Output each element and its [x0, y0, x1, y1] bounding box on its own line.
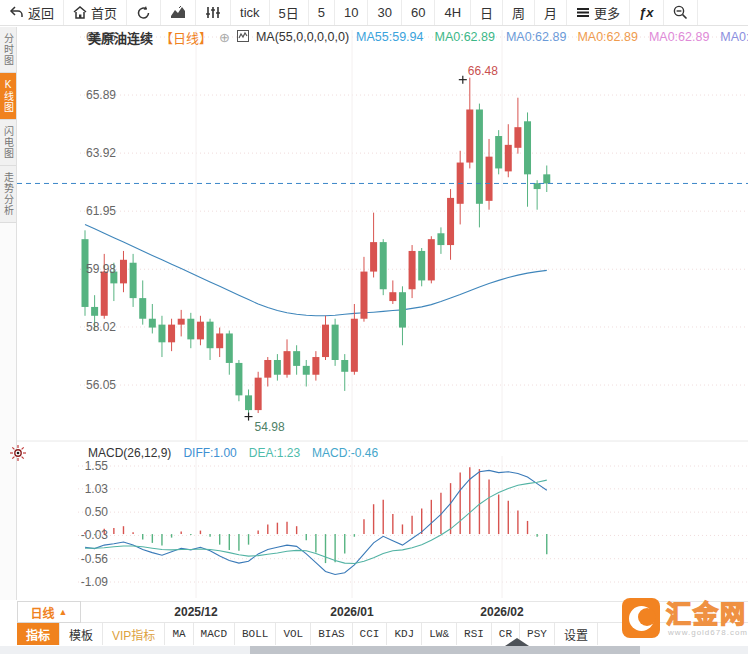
expand-panel-handle[interactable] [505, 638, 529, 646]
indicator-tab-VIP指标[interactable]: VIP指标 [103, 623, 165, 645]
macd-tick-label: -0.56 [76, 552, 108, 566]
toolbar-label: 30 [377, 5, 391, 20]
home-button[interactable]: 首页 [64, 0, 127, 25]
site-watermark: 汇金网 www.gold678.com [622, 597, 748, 645]
add-to-watchlist-icon[interactable]: ⊕ [219, 30, 230, 45]
toolbar-label: 5 [318, 5, 325, 20]
price-tick-label: 65.89 [82, 88, 116, 102]
sidebar-tab-3[interactable]: 闪电图 [0, 120, 16, 166]
trading-chart-app: 返回首页tick5日51030604H日周月更多ƒx 分时图K线图闪电图走势分析… [0, 0, 748, 654]
period-button-tick[interactable]: tick [231, 0, 270, 25]
indicator-visibility-icon[interactable] [9, 444, 27, 466]
macd-diff-value: DIFF:1.00 [183, 446, 236, 460]
refresh-button[interactable] [127, 0, 161, 25]
indicator-tab-LW&[interactable]: LW& [422, 623, 457, 645]
period-button-月[interactable]: 月 [535, 0, 567, 25]
macd-tick-label: -0.03 [76, 528, 108, 542]
ma-value: MA55:59.94 [356, 30, 423, 44]
indicator-tab-VOL[interactable]: VOL [276, 623, 311, 645]
toolbar-label: 返回 [28, 3, 54, 22]
period-button-周[interactable]: 周 [503, 0, 535, 25]
indicator-tab-设置[interactable]: 设置 [555, 623, 598, 645]
site-logo-name: 汇金网 [666, 601, 748, 628]
period-button-4H[interactable]: 4H [435, 0, 471, 25]
menu-button[interactable]: 更多 [567, 0, 630, 25]
x-axis-label: 2026/02 [467, 605, 537, 619]
kline-settings-button[interactable] [196, 0, 231, 25]
chart-header: 美原油连续【日线】⊕ MA(55,0,0,0,0,0) MA55:59.94MA… [88, 28, 748, 46]
macd-header[interactable]: MACD(26,12,9) DIFF:1.00 DEA:1.23 MACD:-0… [88, 446, 378, 460]
kline-settings-icon [205, 6, 221, 19]
macd-title: MACD(26,12,9) [88, 446, 171, 460]
indicator-tab-KDJ[interactable]: KDJ [387, 623, 422, 645]
zoom-out-icon [673, 5, 688, 20]
toolbar-label: tick [240, 5, 260, 20]
ma-value: MA0:62.89 [649, 30, 709, 44]
period-button-日[interactable]: 日 [471, 0, 503, 25]
toolbar-label: 月 [544, 3, 557, 22]
toolbar-label: 4H [444, 5, 461, 20]
macd-tick-label: -1.09 [76, 575, 108, 589]
period-selector-label: 日线 [31, 604, 55, 621]
chevron-up-icon: ▲ [59, 607, 68, 617]
macd-tick-label: 1.55 [76, 459, 108, 473]
toolbar-label: 日 [480, 3, 493, 22]
ma-value: MA0:62.89 [506, 30, 566, 44]
home-icon [73, 6, 87, 19]
period-selector[interactable]: 日线 ▲ [17, 601, 81, 623]
back-icon [9, 6, 24, 19]
price-tick-label: 61.95 [82, 204, 116, 218]
indicator-settings-icon[interactable] [237, 30, 249, 45]
indicator-tab-BIAS[interactable]: BIAS [311, 623, 352, 645]
symbol-name: 美原油连续 [88, 28, 153, 47]
top-toolbar: 返回首页tick5日51030604H日周月更多ƒx [0, 0, 748, 26]
ma-value: MA0:62.89 [577, 30, 637, 44]
period-button-60[interactable]: 60 [402, 0, 435, 25]
indicator-tab-指标[interactable]: 指标 [17, 623, 60, 645]
refresh-icon [136, 6, 151, 20]
menu-icon [576, 7, 590, 18]
high-price-annotation: 66.48 [468, 64, 498, 78]
macd-tick-label: 1.03 [76, 482, 108, 496]
ma-setting[interactable]: MA(55,0,0,0,0,0) [256, 30, 349, 44]
macd-tick-label: 0.50 [76, 505, 108, 519]
zoom-out-button[interactable] [664, 0, 698, 25]
period-tag: 【日线】 [160, 28, 212, 47]
toolbar-label: 10 [344, 5, 358, 20]
toolbar-label: 60 [411, 5, 425, 20]
sidebar-tab-4[interactable]: 走势分析 [0, 166, 16, 223]
period-button-10[interactable]: 10 [335, 0, 368, 25]
x-axis-label: 2026/01 [317, 605, 387, 619]
indicator-tab-模板[interactable]: 模板 [60, 623, 103, 645]
toolbar-label: 5日 [279, 3, 299, 22]
ma-value: MA0:62.89 [434, 30, 494, 44]
indicator-tab-CCI[interactable]: CCI [353, 623, 388, 645]
price-tick-label: 56.05 [82, 378, 116, 392]
indicator-tab-MA[interactable]: MA [165, 623, 193, 645]
indicator-tab-RSI[interactable]: RSI [457, 623, 492, 645]
chart-type-sidebar: 分时图K线图闪电图走势分析 [0, 27, 17, 600]
period-button-5[interactable]: 5 [309, 0, 335, 25]
toolbar-label: 首页 [91, 3, 117, 22]
ma-values: MA55:59.94MA0:62.89MA0:62.89MA0:62.89MA0… [356, 30, 748, 44]
toolbar-label: 更多 [594, 3, 620, 22]
price-tick-label: 58.02 [82, 320, 116, 334]
price-tick-label: 63.92 [82, 146, 116, 160]
toolbar-label: ƒx [639, 5, 653, 20]
toolbar-label: 周 [512, 3, 525, 22]
back-button[interactable]: 返回 [0, 0, 64, 25]
indicator-tab-BOLL[interactable]: BOLL [235, 623, 276, 645]
x-axis-label: 2025/12 [161, 605, 231, 619]
period-button-5日[interactable]: 5日 [270, 0, 309, 25]
area-chart-button[interactable] [161, 0, 196, 25]
indicator-tab-MACD[interactable]: MACD [194, 623, 235, 645]
sidebar-tab-1[interactable]: 分时图 [0, 27, 16, 73]
scrollbar-thumb[interactable] [250, 646, 640, 654]
period-button-30[interactable]: 30 [368, 0, 401, 25]
horizontal-scrollbar[interactable] [0, 646, 748, 654]
site-logo-url: www.gold678.com [668, 628, 748, 637]
fx-button[interactable]: ƒx [630, 0, 663, 25]
ma-value: MA0:62.89 [720, 30, 748, 44]
sidebar-tab-2[interactable]: K线图 [0, 73, 16, 120]
site-logo-icon [622, 598, 660, 638]
